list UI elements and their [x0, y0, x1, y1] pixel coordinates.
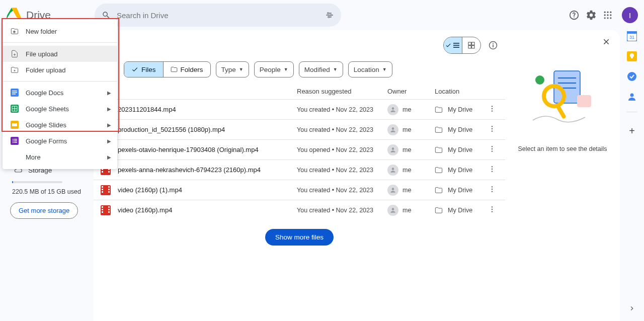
files-chip[interactable]: Files: [124, 62, 163, 77]
get-more-storage-button[interactable]: Get more storage: [10, 202, 78, 219]
chevron-right-icon: ▶: [107, 154, 111, 160]
folder-icon: [435, 126, 443, 134]
folders-chip[interactable]: Folders: [164, 62, 210, 77]
files-folders-toggle: Files Folders: [124, 61, 211, 77]
contacts-icon[interactable]: [627, 92, 637, 102]
menu-google-docs[interactable]: Google Docs ▶: [3, 85, 117, 101]
file-owner: me: [387, 185, 435, 196]
chevron-right-icon: ▶: [107, 90, 111, 96]
more-vert-icon: [488, 105, 496, 113]
search-icon: [102, 11, 111, 20]
more-vert-icon: [488, 125, 496, 133]
folder-icon: [435, 206, 443, 214]
apps-icon[interactable]: [603, 10, 613, 20]
svg-point-3: [604, 12, 606, 13]
file-row[interactable]: 202311201844.mp4 You created • Nov 22, 2…: [94, 99, 505, 119]
svg-point-23: [13, 139, 14, 140]
menu-new-folder[interactable]: New folder: [3, 23, 117, 39]
list-view-button[interactable]: [444, 37, 462, 53]
file-reason: You created • Nov 22, 2023: [297, 167, 387, 174]
person-icon: [389, 187, 396, 194]
file-row[interactable]: video (2160p).mp4 You created • Nov 22, …: [94, 200, 505, 220]
menu-google-slides[interactable]: Google Slides ▶: [3, 117, 117, 133]
modified-filter[interactable]: Modified▼: [299, 61, 343, 77]
menu-folder-upload[interactable]: Folder upload: [3, 62, 117, 78]
svg-point-79: [492, 171, 493, 172]
svg-point-78: [492, 169, 493, 170]
file-reason: You created • Nov 22, 2023: [297, 207, 387, 214]
type-filter[interactable]: Type▼: [216, 61, 249, 77]
user-avatar[interactable]: I: [622, 7, 638, 23]
file-row[interactable]: pexels-otavio-henrique-17903408 (Origina…: [94, 139, 505, 159]
file-name: video (2160p).mp4: [118, 206, 297, 214]
storage-usage-text: 220.5 MB of 15 GB used: [12, 188, 83, 195]
calendar-icon[interactable]: 31: [627, 31, 637, 41]
people-filter[interactable]: People▼: [254, 61, 294, 77]
file-row[interactable]: production_id_5021556 (1080p).mp4 You cr…: [94, 119, 505, 139]
search-bar[interactable]: [95, 4, 341, 27]
menu-google-sheets[interactable]: Google Sheets ▶: [3, 101, 117, 117]
info-icon[interactable]: [488, 40, 498, 50]
more-actions-button[interactable]: [486, 203, 498, 217]
show-more-button[interactable]: Show more files: [265, 229, 334, 246]
folder-upload-icon: [11, 66, 19, 74]
file-name: video (2160p) (1).mp4: [118, 186, 297, 194]
search-input[interactable]: [117, 11, 319, 20]
svg-rect-72: [102, 171, 103, 173]
docs-icon: [11, 89, 19, 97]
svg-rect-14: [12, 92, 17, 93]
gear-icon[interactable]: [586, 10, 597, 21]
file-row[interactable]: video (2160p) (1).mp4 You created • Nov …: [94, 180, 505, 200]
file-name: pexels-otavio-henrique-17903408 (Origina…: [118, 146, 297, 153]
chevron-right-icon: ▶: [107, 122, 111, 128]
svg-point-10: [607, 17, 608, 19]
more-actions-button[interactable]: [486, 123, 498, 136]
menu-label: Google Sheets: [26, 105, 69, 113]
menu-more[interactable]: More ▶: [3, 149, 117, 165]
file-row[interactable]: pexels-anna-nekrashevich-6794223 (2160p)…: [94, 159, 505, 180]
grid-view-button[interactable]: [462, 37, 480, 53]
menu-label: New folder: [26, 28, 57, 35]
close-details-button[interactable]: [600, 35, 613, 50]
svg-rect-82: [102, 189, 103, 190]
folder-icon: [435, 166, 443, 174]
storage-bar: [12, 181, 62, 183]
svg-rect-85: [108, 189, 110, 190]
chevron-right-icon: ▶: [107, 106, 111, 112]
location-filter[interactable]: Location▼: [348, 61, 392, 77]
svg-point-57: [492, 130, 493, 131]
more-actions-button[interactable]: [486, 143, 498, 156]
menu-label: Google Slides: [26, 121, 66, 129]
tasks-icon[interactable]: [627, 71, 637, 82]
grid-icon: [467, 41, 475, 49]
svg-rect-81: [102, 186, 103, 188]
svg-rect-106: [577, 95, 591, 107]
svg-rect-26: [14, 140, 17, 141]
svg-point-6: [604, 14, 606, 16]
check-icon: [445, 42, 451, 48]
svg-rect-83: [102, 191, 103, 193]
svg-point-100: [492, 209, 493, 210]
file-name: pexels-anna-nekrashevich-6794223 (2160p)…: [118, 166, 297, 174]
menu-divider: [3, 42, 117, 43]
more-actions-button[interactable]: [486, 163, 498, 177]
svg-rect-109: [555, 104, 567, 119]
svg-rect-32: [472, 46, 474, 48]
search-options-icon[interactable]: [325, 11, 334, 20]
menu-file-upload[interactable]: File upload: [3, 46, 117, 62]
svg-point-56: [492, 128, 493, 129]
menu-google-forms[interactable]: Google Forms ▶: [3, 133, 117, 149]
keep-icon[interactable]: [627, 51, 637, 61]
svg-point-107: [535, 75, 544, 85]
menu-label: File upload: [26, 50, 58, 58]
collapse-rail-button[interactable]: [628, 304, 636, 314]
more-actions-button[interactable]: [486, 103, 498, 116]
file-owner: me: [387, 124, 435, 135]
main-content: e ed Files Fol: [94, 30, 505, 321]
more-actions-button[interactable]: [486, 183, 498, 197]
get-addons-button[interactable]: +: [629, 125, 635, 137]
file-reason: You created • Nov 22, 2023: [297, 126, 387, 133]
help-icon[interactable]: [569, 10, 580, 21]
file-owner: me: [387, 205, 435, 216]
svg-rect-93: [102, 209, 103, 210]
